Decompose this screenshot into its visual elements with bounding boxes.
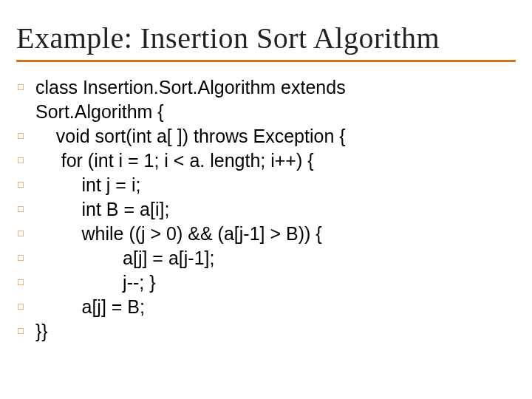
code-line: □class Insertion.Sort.Algorithm extends [16,75,516,100]
code-line: □ for (int i = 1; i < a. length; i++) { [16,149,516,173]
code-text: void sort(int a[ ]) throws Exception { [35,124,346,149]
slide-body: □class Insertion.Sort.Algorithm extendsS… [16,75,516,344]
code-line: □ j--; } [16,270,516,295]
code-text: Sort.Algorithm { [35,100,164,124]
code-text: int j = i; [35,173,140,197]
code-line: □ int j = i; [16,173,516,197]
code-line: Sort.Algorithm { [16,100,516,124]
code-text: class Insertion.Sort.Algorithm extends [35,75,346,100]
code-text: a[j] = B; [35,295,145,319]
code-text: int B = a[i]; [35,197,169,222]
title-underline [16,60,516,62]
code-line: □}} [16,319,516,344]
code-text: for (int i = 1; i < a. length; i++) { [35,149,314,173]
bullet-icon: □ [16,246,35,270]
code-text: j--; } [35,270,156,295]
bullet-icon: □ [16,197,35,221]
bullet-icon: □ [16,75,35,99]
slide: Example: Insertion Sort Algorithm □class… [0,0,532,399]
code-line: □ a[j] = B; [16,295,516,319]
bullet-icon: □ [16,222,35,245]
code-line: □ void sort(int a[ ]) throws Exception { [16,124,516,149]
bullet-icon: □ [16,270,35,294]
code-line: □ int B = a[i]; [16,197,516,222]
bullet-icon: □ [16,173,35,197]
slide-title: Example: Insertion Sort Algorithm [16,21,516,55]
bullet-icon: □ [16,124,35,148]
bullet-icon: □ [16,319,35,343]
code-line: □ while ((j > 0) && (a[j-1] > B)) { [16,222,516,246]
bullet-icon: □ [16,295,35,318]
code-text: }} [35,319,48,344]
bullet-icon: □ [16,149,35,172]
code-text: while ((j > 0) && (a[j-1] > B)) { [35,222,322,246]
code-text: a[j] = a[j-1]; [35,246,214,270]
code-line: □ a[j] = a[j-1]; [16,246,516,270]
